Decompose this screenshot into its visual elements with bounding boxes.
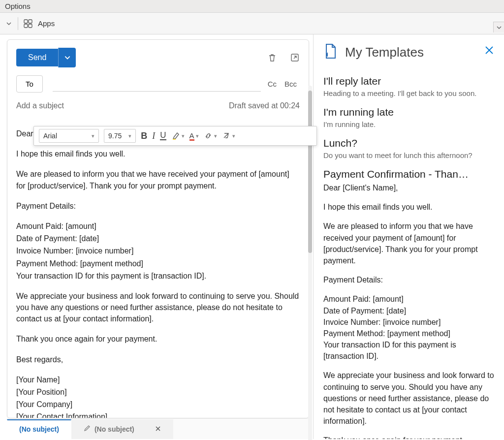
template-line: Amount Paid: [amount] [323,293,495,305]
close-icon[interactable] [484,45,494,57]
template-item-expanded[interactable]: Payment Confirmation - Than… Dear [Clien… [323,168,495,439]
template-line: I hope this email finds you well. [323,201,495,213]
draft-status: Draft saved at 00:24 [229,101,300,110]
tabs-bar: (No subject) (No subject) [7,418,308,439]
svg-rect-5 [173,139,176,140]
body-text: We appreciate your business and look for… [16,290,300,325]
font-size-value: 9.75 [108,132,122,140]
send-options-button[interactable] [58,48,76,67]
body-text: Date of Payment: [date] [16,233,300,244]
divider [18,17,18,30]
font-size-selector[interactable]: 9.75 ▾ [104,129,136,143]
ribbon-more-icon[interactable] [6,21,13,27]
template-title: Payment Confirmation - Than… [323,168,495,180]
svg-rect-3 [29,24,32,28]
template-line: Thank you once again for your payment. [323,435,495,439]
bcc-button[interactable]: Bcc [284,80,297,88]
italic-button[interactable]: I [152,131,155,141]
clear-formatting-button[interactable]: ▾ [222,131,235,140]
body-text: [Your Contact Information] [16,411,300,418]
edit-icon [84,425,91,433]
template-preview: Heading to a meeting. I'll get back to y… [323,89,495,97]
subject-placeholder[interactable]: Add a subject [16,101,64,110]
templates-icon [323,43,338,62]
templates-panel: My Templates I'll reply later Heading to… [313,34,504,439]
chevron-down-icon: ▾ [214,133,217,139]
body-text: We are pleased to inform you that we hav… [16,168,300,191]
send-button[interactable]: Send [16,49,58,66]
template-line: We are pleased to inform you that we hav… [323,220,495,266]
message-body[interactable]: Dear [Client's Name], I hope this email … [7,114,309,418]
discard-icon[interactable] [267,53,277,63]
svg-rect-0 [24,20,28,23]
chevron-down-icon: ▾ [232,133,235,139]
body-text: Payment Method: [payment method] [16,258,300,269]
template-line: Date of Payment: [date] [323,305,495,316]
highlight-button[interactable]: ▾ [171,131,185,140]
to-button[interactable]: To [16,75,43,93]
body-text: [Your Name] [16,374,300,385]
template-line: We appreciate your business and look for… [323,370,495,427]
template-line: Invoice Number: [invoice number] [323,316,495,328]
template-preview: Do you want to meet for lunch this after… [323,151,495,159]
body-text: Amount Paid: [amount] [16,220,300,232]
format-toolbar: Arial ▾ 9.75 ▾ B I U ▾ A ▾ ▾ ▾ [33,126,317,146]
to-field[interactable] [53,77,261,92]
template-line: Dear [Client's Name], [323,182,495,193]
panel-title: My Templates [345,45,424,60]
template-title: Lunch? [323,137,495,149]
template-line: Payment Details: [323,274,495,285]
template-line: Payment Method: [payment method] [323,328,495,339]
ribbon-expand-icon[interactable] [493,22,504,32]
body-text: [Your Position] [16,386,300,398]
body-text: Best regards, [16,354,300,365]
template-title: I'll reply later [323,75,495,87]
svg-rect-2 [24,24,28,28]
body-text: Invoice Number: [invoice number] [16,245,300,256]
template-title: I'm running late [323,106,495,118]
template-line: Your transaction ID for this payment is … [323,339,495,362]
link-button[interactable]: ▾ [204,131,217,140]
body-text: Your transaction ID for this payment is … [16,270,300,282]
popout-icon[interactable] [290,53,300,63]
template-preview: I'm running late. [323,120,495,128]
font-selector[interactable]: Arial ▾ [39,129,99,143]
body-text: Payment Details: [16,200,300,212]
bold-button[interactable]: B [141,131,147,141]
apps-button[interactable]: Apps [23,19,55,29]
chevron-down-icon: ▾ [182,133,185,139]
body-text: [Your Company] [16,399,300,410]
apps-icon [23,19,33,29]
template-item[interactable]: Lunch? Do you want to meet for lunch thi… [323,137,495,159]
cc-button[interactable]: Cc [268,80,277,88]
apps-label: Apps [38,19,55,28]
chevron-down-icon: ▾ [196,133,199,139]
tab-inactive[interactable]: (No subject) [71,419,173,439]
options-tab[interactable]: Options [0,0,504,13]
compose-card: Send To Cc [7,39,309,418]
font-name: Arial [43,132,57,140]
chevron-down-icon: ▾ [128,133,131,139]
body-text: I hope this email finds you well. [16,148,300,159]
tab-close-icon[interactable] [155,425,161,433]
scrollthumb[interactable] [308,91,312,253]
font-color-button[interactable]: A ▾ [189,131,199,141]
tab-label: (No subject) [19,425,59,433]
ribbon-bar: Apps [0,13,504,34]
tab-active[interactable]: (No subject) [7,419,71,439]
chevron-down-icon: ▾ [92,133,94,139]
template-item[interactable]: I'll reply later Heading to a meeting. I… [323,75,495,97]
body-text: Thank you once again for your payment. [16,333,300,345]
body-text: Dear [16,129,35,138]
underline-button[interactable]: U [160,131,166,140]
tab-label: (No subject) [94,425,134,433]
svg-rect-1 [29,20,32,23]
template-item[interactable]: I'm running late I'm running late. [323,106,495,128]
